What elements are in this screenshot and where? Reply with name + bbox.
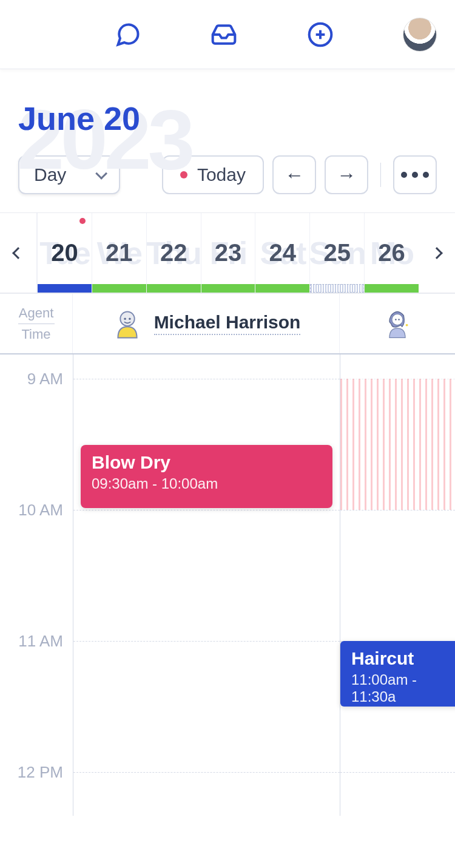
agent-column-michael[interactable]: Michael Harrison [73, 294, 340, 353]
day-number: 23 [215, 239, 242, 266]
agent-time-toggle[interactable]: Agent Time [0, 294, 73, 353]
top-nav [0, 0, 455, 69]
day-status-bar [365, 284, 419, 293]
prev-button[interactable]: ← [272, 155, 316, 194]
schedule-column-1[interactable]: Blow Dry09:30am - 10:00am [73, 354, 340, 816]
time-label: 9 AM [27, 370, 63, 388]
day-number: 24 [269, 239, 297, 266]
event-blow-dry[interactable]: Blow Dry09:30am - 10:00am [81, 445, 332, 508]
schedule-column-2[interactable]: Haircut11:00am - 11:30a [340, 354, 455, 816]
event-time: 11:00am - 11:30a [351, 671, 455, 705]
day-status-bar [92, 284, 146, 293]
week-prev-button[interactable] [0, 245, 36, 261]
event-haircut[interactable]: Haircut11:00am - 11:30a [340, 641, 455, 707]
agent-name: Michael Harrison [154, 312, 301, 335]
divider [380, 163, 381, 187]
event-title: Haircut [351, 648, 455, 669]
today-button-label: Today [197, 164, 246, 185]
day-cell-24[interactable]: Sat24 [255, 213, 309, 293]
inbox-icon[interactable] [211, 21, 237, 48]
chat-icon[interactable] [115, 21, 141, 48]
blocked-time [340, 379, 455, 510]
svg-point-9 [406, 324, 408, 327]
agent-label: Agent [19, 305, 54, 321]
day-status-bar [255, 284, 309, 293]
svg-point-3 [120, 312, 134, 326]
day-cell-22[interactable]: Thu22 [146, 213, 201, 293]
profile-avatar[interactable] [403, 18, 437, 52]
time-label: 10 AM [18, 501, 63, 520]
today-marker-icon [79, 218, 86, 224]
event-title: Blow Dry [92, 452, 322, 473]
day-status-bar [310, 284, 364, 293]
agent-avatar-icon [112, 308, 143, 339]
day-status-bar [38, 284, 92, 293]
week-strip: Tue20We21Thu22Fri23Sat24Sun25Mo26 [0, 212, 455, 294]
date-header: 2023 June 20 [0, 69, 455, 155]
day-number: 20 [51, 239, 78, 266]
svg-point-5 [129, 318, 130, 320]
time-label: Time [21, 327, 50, 342]
agent-column-second[interactable] [340, 294, 455, 353]
day-number: 26 [378, 239, 405, 266]
week-next-button[interactable] [419, 245, 455, 261]
day-cell-23[interactable]: Fri23 [201, 213, 255, 293]
time-label: 12 PM [18, 763, 63, 782]
svg-point-4 [124, 318, 126, 320]
agent-header-row: Agent Time Michael Harrison [0, 294, 455, 354]
agent-avatar-icon [382, 308, 413, 339]
day-cell-25[interactable]: Sun25 [309, 213, 364, 293]
menu-icon[interactable] [18, 25, 45, 44]
time-label: 11 AM [18, 632, 63, 651]
day-cell-20[interactable]: Tue20 [36, 213, 92, 293]
svg-point-8 [398, 319, 400, 320]
event-time: 09:30am - 10:00am [92, 475, 322, 492]
time-grid: 9 AM10 AM11 AM12 PM Blow Dry09:30am - 10… [0, 354, 455, 816]
day-status-bar [147, 284, 201, 293]
day-number: 21 [106, 239, 133, 266]
day-number: 25 [323, 239, 351, 266]
next-button[interactable]: → [325, 155, 368, 194]
svg-point-6 [392, 314, 403, 325]
more-button[interactable] [393, 155, 437, 194]
add-icon[interactable] [307, 21, 334, 48]
day-cell-26[interactable]: Mo26 [364, 213, 419, 293]
svg-point-7 [395, 319, 397, 320]
day-status-bar [201, 284, 255, 293]
page-title: June 20 [18, 100, 437, 137]
day-number: 22 [160, 239, 187, 266]
day-cell-21[interactable]: We21 [92, 213, 146, 293]
